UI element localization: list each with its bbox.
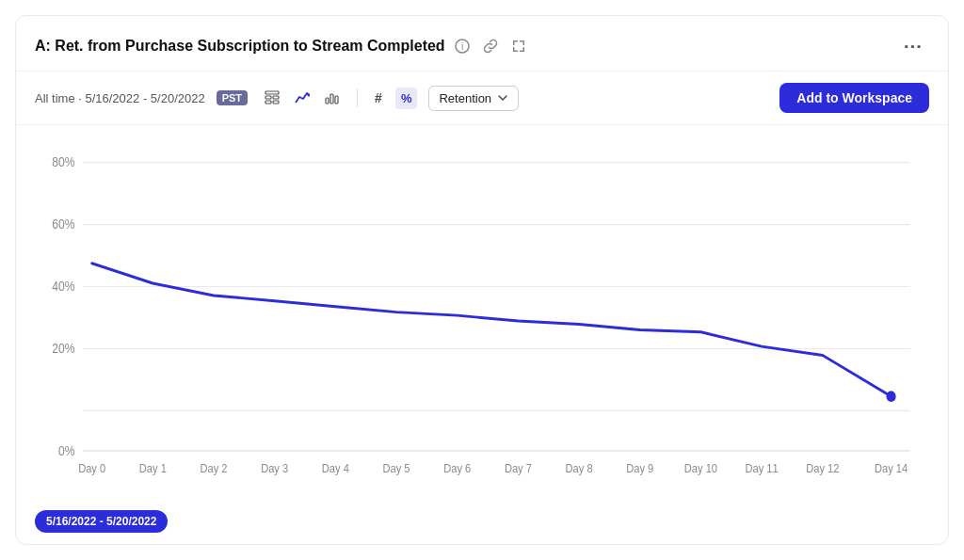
toolbar-divider-1 (357, 88, 358, 107)
date-range-label: All time · 5/16/2022 - 5/20/2022 (35, 91, 205, 105)
svg-rect-10 (335, 96, 338, 104)
svg-rect-9 (330, 94, 333, 104)
info-icon[interactable]: i (453, 37, 472, 56)
header-icons: i (453, 37, 528, 56)
timezone-badge: PST (217, 90, 248, 105)
svg-rect-6 (273, 101, 279, 104)
svg-text:40%: 40% (52, 279, 75, 294)
svg-text:Day 7: Day 7 (505, 462, 532, 476)
svg-text:Day 3: Day 3 (261, 462, 288, 476)
legend-badge: 5/16/2022 - 5/20/2022 (35, 510, 168, 533)
table-view-button[interactable] (259, 87, 285, 109)
svg-text:Day 14: Day 14 (875, 462, 908, 476)
header-left: A: Ret. from Purchase Subscription to St… (35, 37, 528, 56)
svg-rect-3 (265, 96, 271, 99)
link-icon[interactable] (481, 37, 500, 56)
more-options-button[interactable]: ⋯ (897, 33, 929, 59)
svg-text:Day 12: Day 12 (806, 462, 839, 476)
svg-text:Day 10: Day 10 (684, 462, 717, 476)
chart-title: A: Ret. from Purchase Subscription to St… (35, 38, 445, 55)
percent-toggle-button[interactable]: % (395, 88, 418, 109)
svg-text:Day 4: Day 4 (322, 462, 349, 476)
svg-rect-4 (273, 96, 279, 99)
svg-text:Day 6: Day 6 (443, 462, 471, 476)
svg-text:Day 9: Day 9 (626, 462, 653, 476)
expand-icon[interactable] (509, 37, 528, 56)
svg-text:20%: 20% (52, 341, 75, 356)
svg-text:Day 0: Day 0 (78, 462, 105, 476)
svg-text:80%: 80% (52, 154, 75, 169)
count-toggle-button[interactable]: # (369, 87, 388, 109)
view-toggles (259, 87, 345, 109)
line-chart-view-button[interactable] (289, 87, 315, 109)
chart-area: 80% 60% 40% 20% 0% Day 0 Day 1 Day 2 Day… (16, 125, 948, 503)
svg-text:Day 8: Day 8 (566, 462, 593, 476)
main-card: A: Ret. from Purchase Subscription to St… (15, 15, 949, 545)
retention-chart: 80% 60% 40% 20% 0% Day 0 Day 1 Day 2 Day… (35, 140, 929, 495)
svg-text:Day 5: Day 5 (383, 462, 410, 476)
bar-chart-view-button[interactable] (319, 87, 345, 109)
svg-text:Day 11: Day 11 (746, 462, 779, 476)
card-header: A: Ret. from Purchase Subscription to St… (16, 16, 948, 72)
svg-text:0%: 0% (58, 443, 75, 458)
add-to-workspace-button[interactable]: Add to Workspace (779, 83, 929, 113)
svg-text:60%: 60% (52, 216, 75, 232)
retention-dropdown[interactable]: Retention (428, 86, 519, 111)
legend-area: 5/16/2022 - 5/20/2022 (16, 503, 948, 544)
svg-rect-5 (265, 101, 271, 104)
end-data-point (887, 391, 896, 402)
svg-text:i: i (461, 41, 463, 52)
svg-text:Day 1: Day 1 (139, 462, 167, 476)
svg-text:Day 2: Day 2 (200, 462, 227, 476)
svg-rect-2 (265, 91, 279, 94)
retention-label: Retention (439, 91, 491, 105)
retention-line (92, 264, 892, 396)
svg-rect-8 (326, 98, 329, 104)
chart-container: 80% 60% 40% 20% 0% Day 0 Day 1 Day 2 Day… (35, 140, 929, 495)
toolbar: All time · 5/16/2022 - 5/20/2022 PST (16, 72, 948, 125)
